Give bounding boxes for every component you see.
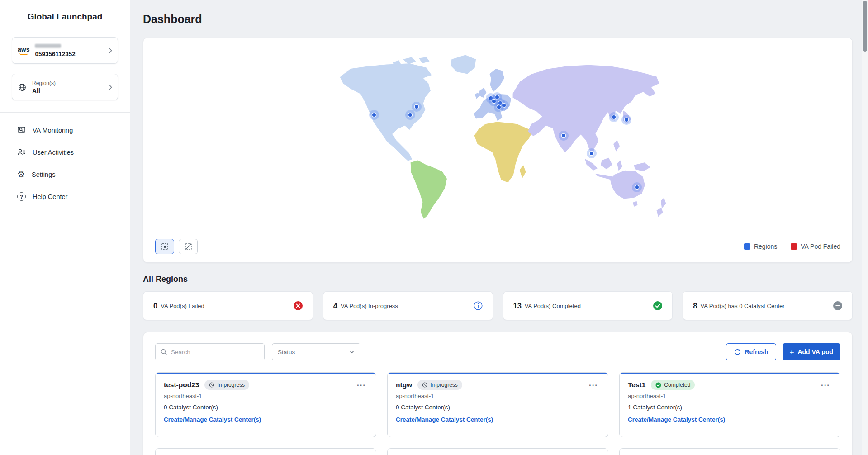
pod-catalyst-count: 0 Catalyst Center(s)	[396, 404, 600, 411]
gear-icon: ⚙	[17, 170, 25, 179]
vertical-scrollbar[interactable]	[862, 0, 868, 455]
info-icon[interactable]	[474, 301, 483, 310]
account-name-redacted	[35, 44, 61, 48]
pod-card-test-pod23[interactable]: test-pod23 In-progress ··· ap-northeast-…	[155, 372, 376, 437]
world-map[interactable]	[319, 43, 677, 223]
region-value: All	[32, 87, 109, 95]
add-va-pod-label: Add VA pod	[797, 348, 833, 355]
scrollbar-thumb[interactable]	[863, 1, 867, 52]
refresh-button[interactable]: Refresh	[726, 343, 776, 360]
app-title: Global Launchpad	[0, 12, 130, 22]
sidebar-item-user-activities[interactable]: User Activities	[0, 141, 130, 163]
failed-status-icon	[294, 301, 303, 310]
create-manage-catalyst-link[interactable]: Create/Manage Catalyst Center(s)	[628, 416, 725, 423]
pod-body: ntgw In-progress ··· ap-northeast-1 0 Ca…	[388, 374, 608, 423]
pod-more-menu[interactable]: ···	[819, 380, 832, 390]
region-label: Region(s)	[32, 80, 109, 86]
map-legend: Regions VA Pod Failed	[744, 243, 840, 250]
map-marker[interactable]	[559, 131, 568, 140]
aws-account-card[interactable]: aws 059356112352	[12, 37, 118, 64]
sidebar-divider	[0, 112, 130, 113]
legend-label: VA Pod Failed	[801, 243, 840, 250]
globe-icon	[18, 83, 27, 92]
chevron-right-icon	[109, 47, 112, 54]
sidebar-item-label: User Activities	[33, 149, 74, 156]
status-badge-label: Completed	[664, 382, 690, 388]
map-marker[interactable]	[632, 183, 641, 192]
pod-card-test1[interactable]: Test1 Completed ··· ap-northeast-1 1 Cat…	[619, 372, 840, 437]
map-marker[interactable]	[622, 115, 631, 124]
legend-label: Regions	[754, 243, 777, 250]
check-circle-icon	[655, 382, 661, 388]
va-monitoring-icon	[17, 126, 26, 134]
pods-grid-row2	[155, 448, 840, 455]
map-footer: Regions VA Pod Failed	[143, 239, 852, 262]
pod-card-ntgw[interactable]: ntgw In-progress ··· ap-northeast-1 0 Ca…	[387, 372, 608, 437]
pod-region: ap-northeast-1	[628, 393, 832, 399]
aws-logo-text: aws	[18, 46, 29, 52]
chevron-down-icon	[349, 350, 355, 354]
status-badge: In-progress	[204, 380, 249, 390]
stat-label: VA Pod(s) Completed	[525, 303, 581, 309]
pod-card-partial[interactable]	[619, 448, 840, 455]
pod-body: Test1 Completed ··· ap-northeast-1 1 Cat…	[620, 374, 840, 423]
world-map-svg	[319, 43, 677, 223]
world-map-card: Regions VA Pod Failed	[143, 38, 853, 263]
region-selector-card[interactable]: Region(s) All	[12, 74, 118, 100]
zoom-to-selection-icon	[161, 243, 169, 251]
stat-card-no-catalyst: 8 VA Pod(s) has 0 Catalyst Center	[683, 291, 853, 320]
map-marker[interactable]	[609, 113, 618, 122]
pod-card-partial[interactable]	[155, 448, 376, 455]
pod-name: ntgw	[396, 381, 412, 389]
plus-icon: +	[790, 348, 794, 356]
pod-region: ap-northeast-1	[164, 393, 368, 399]
sidebar: Global Launchpad aws 059356112352 Region…	[0, 0, 130, 455]
stat-label: VA Pod(s) In-progress	[341, 303, 398, 309]
sidebar-menu: VA Monitoring User Activities ⚙ Settings…	[0, 119, 130, 208]
legend-item-va-pod-failed: VA Pod Failed	[791, 243, 840, 250]
sidebar-item-va-monitoring[interactable]: VA Monitoring	[0, 119, 130, 141]
region-info: Region(s) All	[32, 80, 109, 95]
create-manage-catalyst-link[interactable]: Create/Manage Catalyst Center(s)	[164, 416, 261, 423]
main-content: Dashboard	[130, 0, 868, 455]
stat-label: VA Pod(s) Failed	[161, 303, 204, 309]
pod-catalyst-count: 1 Catalyst Center(s)	[628, 404, 832, 411]
map-toolbar	[155, 239, 198, 254]
pod-name: test-pod23	[164, 381, 199, 389]
pod-name: Test1	[628, 381, 645, 389]
stat-card-failed: 0 VA Pod(s) Failed	[143, 291, 313, 320]
aws-account-info: 059356112352	[35, 44, 109, 57]
stat-count: 0	[153, 302, 157, 310]
aws-smile-icon	[19, 53, 28, 55]
stat-count: 8	[693, 302, 697, 310]
refresh-icon	[734, 348, 741, 355]
pod-more-menu[interactable]: ···	[355, 380, 368, 390]
search-icon	[160, 348, 167, 357]
sidebar-item-label: Help Center	[33, 193, 67, 200]
sidebar-item-settings[interactable]: ⚙ Settings	[0, 163, 130, 185]
stats-row: 0 VA Pod(s) Failed 4 VA Pod(s) In-progre…	[143, 291, 853, 320]
map-marker[interactable]	[494, 103, 503, 112]
clock-icon	[209, 382, 214, 388]
stat-card-completed: 13 VA Pod(s) Completed	[503, 291, 673, 320]
sidebar-item-help-center[interactable]: ? Help Center	[0, 185, 130, 208]
pod-card-partial[interactable]	[387, 448, 608, 455]
refresh-label: Refresh	[745, 348, 768, 355]
account-id: 059356112352	[35, 51, 109, 57]
search-box	[155, 343, 265, 360]
create-manage-catalyst-link[interactable]: Create/Manage Catalyst Center(s)	[396, 416, 493, 423]
search-input[interactable]	[155, 343, 265, 360]
add-va-pod-button[interactable]: + Add VA pod	[783, 343, 840, 360]
sidebar-divider	[0, 214, 130, 214]
regions-swatch	[744, 243, 750, 250]
zoom-to-selection-button[interactable]	[155, 239, 174, 254]
completed-status-icon	[653, 301, 662, 310]
stat-count: 4	[333, 302, 337, 310]
status-filter-select[interactable]: Status	[272, 343, 360, 360]
status-badge-label: In-progress	[217, 382, 245, 388]
sidebar-item-label: Settings	[32, 171, 55, 178]
help-icon: ?	[17, 192, 26, 201]
clear-selection-button[interactable]	[179, 239, 198, 254]
map-marker[interactable]	[412, 102, 421, 111]
pod-more-menu[interactable]: ···	[587, 380, 600, 390]
